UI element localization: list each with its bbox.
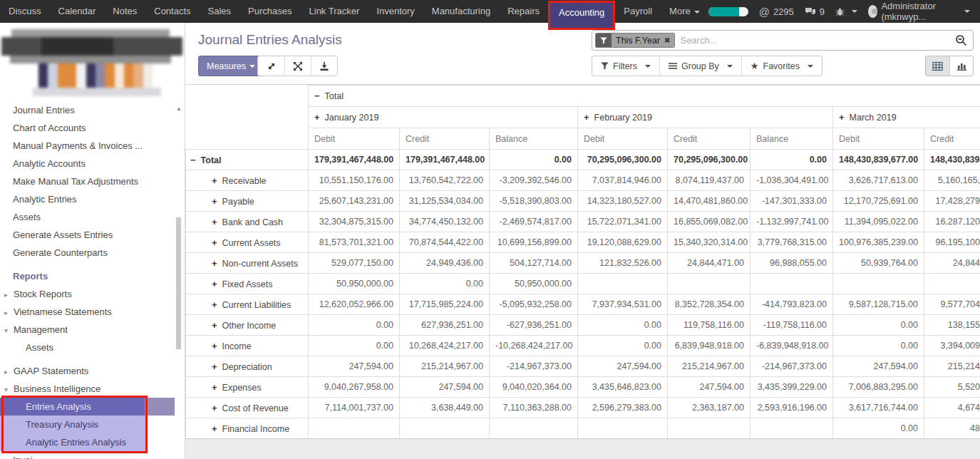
chevron-right-icon[interactable]: ▸ xyxy=(4,363,14,380)
sidebar-item-generate-assets-entries[interactable]: Generate Assets Entries xyxy=(0,226,185,244)
pivot-row-header-expenses[interactable]: +Expenses xyxy=(186,377,309,398)
nav-item-calendar[interactable]: Calendar xyxy=(50,0,105,23)
expand-icon[interactable]: + xyxy=(314,112,320,123)
pivot-row-header-current-liabilities[interactable]: +Current Liabilities xyxy=(186,294,309,315)
sidebar-item-manual-payments-invoices[interactable]: Manual Payments & Invoices ... xyxy=(0,137,185,155)
nav-item-manufacturing[interactable]: Manufacturing xyxy=(423,0,499,23)
expand-icon[interactable]: + xyxy=(212,403,217,413)
pivot-row-header-financial-income[interactable]: +Financial Income xyxy=(186,418,309,439)
chevron-right-icon[interactable]: ▸ xyxy=(4,286,14,303)
pivot-measure-header-balance[interactable]: Balance xyxy=(490,128,578,150)
sidebar-item-generate-counterparts[interactable]: Generate Counterparts xyxy=(0,244,185,262)
sidebar-item-analytic-entries-analysis[interactable]: Analytic Entries Analysis xyxy=(0,433,146,451)
nav-item-contacts[interactable]: Contacts xyxy=(145,0,199,23)
facet-remove-icon[interactable]: ✖ xyxy=(664,36,670,44)
group-by-button[interactable]: Group By xyxy=(659,56,741,76)
measures-button[interactable]: Measures xyxy=(198,56,264,76)
pivot-row-header-total[interactable]: −Total xyxy=(186,150,309,170)
sidebar-item-journal-entries[interactable]: Journal Entries xyxy=(0,101,185,119)
chevron-down-icon[interactable]: ▾ xyxy=(4,321,14,339)
expand-icon[interactable]: + xyxy=(212,423,217,434)
sidebar-item-invoi[interactable]: Invoi xyxy=(0,451,185,459)
user-menu[interactable]: Administrator (mknwyp... xyxy=(868,1,970,22)
nav-item-discuss[interactable]: Discuss xyxy=(0,0,50,23)
sidebar-item-chart-of-accounts[interactable]: Chart of Accounts xyxy=(0,119,185,137)
expand-all-button[interactable] xyxy=(284,56,311,76)
pivot-measure-header-credit[interactable]: Credit xyxy=(924,128,980,150)
collapse-icon[interactable]: − xyxy=(314,91,320,101)
mentions-badge[interactable]: @ 2295 xyxy=(759,6,794,18)
pivot-measure-header-debit[interactable]: Debit xyxy=(309,128,400,150)
pivot-col-header-january-2019[interactable]: +January 2019 xyxy=(309,107,578,128)
sidebar-item-stock-reports[interactable]: ▸Stock Reports xyxy=(0,285,185,303)
pivot-col-header-march-2019[interactable]: +March 2019 xyxy=(833,107,980,128)
expand-icon[interactable]: + xyxy=(212,237,217,248)
sidebar-item-assets[interactable]: Assets xyxy=(0,339,185,356)
sidebar-item-assets[interactable]: Assets xyxy=(0,208,185,226)
pivot-row-header-non-current-assets[interactable]: +Non-current Assets xyxy=(186,253,309,274)
expand-icon[interactable]: + xyxy=(212,320,217,331)
search-icon[interactable] xyxy=(955,34,967,46)
pivot-row-header-receivable[interactable]: +Receivable xyxy=(186,170,309,191)
pivot-row-header-depreciation[interactable]: +Depreciation xyxy=(186,356,309,377)
pivot-view-button[interactable] xyxy=(926,56,949,76)
expand-icon[interactable]: + xyxy=(584,112,589,123)
nav-item-notes[interactable]: Notes xyxy=(104,0,145,23)
pivot-row-header-current-assets[interactable]: +Current Assets xyxy=(186,232,309,253)
chevron-right-icon[interactable]: ▸ xyxy=(4,304,14,321)
expand-icon[interactable]: + xyxy=(212,299,217,310)
pivot-row-header-other-income[interactable]: +Other Income xyxy=(186,315,309,336)
sidebar-item-management[interactable]: ▾Management xyxy=(0,321,185,339)
nav-item-link-tracker[interactable]: Link Tracker xyxy=(301,0,368,23)
sidebar-item-business-intelligence[interactable]: ▾Business Intelligence xyxy=(0,380,185,398)
filters-button[interactable]: Filters xyxy=(592,56,659,76)
favorites-button[interactable]: ★ Favorites xyxy=(741,56,822,76)
pivot-row-header-fixed-assets[interactable]: +Fixed Assets xyxy=(186,274,309,294)
pivot-measure-header-debit[interactable]: Debit xyxy=(833,128,924,150)
expand-icon[interactable]: + xyxy=(212,217,217,227)
sidebar-item-entries-analysis[interactable]: Entries Analysis xyxy=(0,398,185,416)
sidebar-item-treasury-analysis[interactable]: Treasury Analysis xyxy=(0,416,146,433)
sidebar-item-analytic-accounts[interactable]: Analytic Accounts xyxy=(0,155,185,172)
pivot-measure-header-debit[interactable]: Debit xyxy=(578,128,668,150)
debug-menu[interactable] xyxy=(835,7,857,16)
sidebar-scrollbar[interactable] xyxy=(176,217,181,349)
expand-icon[interactable]: + xyxy=(212,258,217,269)
sidebar-item-make-manual-tax-adjustments[interactable]: Make Manual Tax Adjustments xyxy=(0,172,185,190)
expand-icon[interactable]: + xyxy=(212,196,217,207)
expand-icon[interactable]: + xyxy=(839,112,845,123)
expand-icon[interactable]: + xyxy=(212,341,217,351)
scroll-up-icon[interactable]: ▲ xyxy=(176,105,182,112)
sidebar-item-vietnamese-statements[interactable]: ▸Vietnamese Statements xyxy=(0,303,185,321)
sidebar-item-gaap-statements[interactable]: ▸GAAP Statements xyxy=(0,362,185,380)
flip-axis-button[interactable] xyxy=(258,56,284,76)
expand-icon[interactable]: + xyxy=(212,382,217,393)
nav-item-accounting[interactable]: Accounting xyxy=(548,1,615,30)
chevron-down-icon[interactable]: ▾ xyxy=(4,381,14,398)
pivot-row-header-payable[interactable]: +Payable xyxy=(186,191,309,212)
nav-item-payroll[interactable]: Payroll xyxy=(615,0,661,23)
sidebar-item-analytic-entries[interactable]: Analytic Entries xyxy=(0,190,185,208)
pivot-measure-header-credit[interactable]: Credit xyxy=(668,128,751,150)
pivot-row-header-bank-and-cash[interactable]: +Bank and Cash xyxy=(186,212,309,232)
nav-item-inventory[interactable]: Inventory xyxy=(368,0,423,23)
pivot-measure-header-balance[interactable]: Balance xyxy=(751,128,833,150)
search-input[interactable] xyxy=(680,35,951,46)
pivot-row-header-income[interactable]: +Income xyxy=(186,336,309,356)
download-button[interactable] xyxy=(311,56,337,76)
pivot-col-header-total[interactable]: −Total xyxy=(309,86,980,107)
graph-view-button[interactable] xyxy=(949,56,973,76)
nav-item-purchases[interactable]: Purchases xyxy=(239,0,300,23)
nav-item-repairs[interactable]: Repairs xyxy=(499,0,548,23)
pivot-col-header-february-2019[interactable]: +February 2019 xyxy=(578,107,833,128)
expand-icon[interactable]: + xyxy=(212,175,217,186)
pivot-row-header-cost-of-revenue[interactable]: +Cost of Revenue xyxy=(186,398,309,418)
expand-icon[interactable]: + xyxy=(212,361,217,372)
expand-icon[interactable]: + xyxy=(212,279,217,289)
chat-badge[interactable]: 9 xyxy=(805,6,825,17)
pivot-measure-header-credit[interactable]: Credit xyxy=(400,128,490,150)
nav-item-sales[interactable]: Sales xyxy=(200,0,240,23)
collapse-icon[interactable]: − xyxy=(190,155,196,165)
search-facet[interactable]: This F.Year ✖ xyxy=(595,33,675,48)
nav-item-more[interactable]: More xyxy=(661,0,708,23)
